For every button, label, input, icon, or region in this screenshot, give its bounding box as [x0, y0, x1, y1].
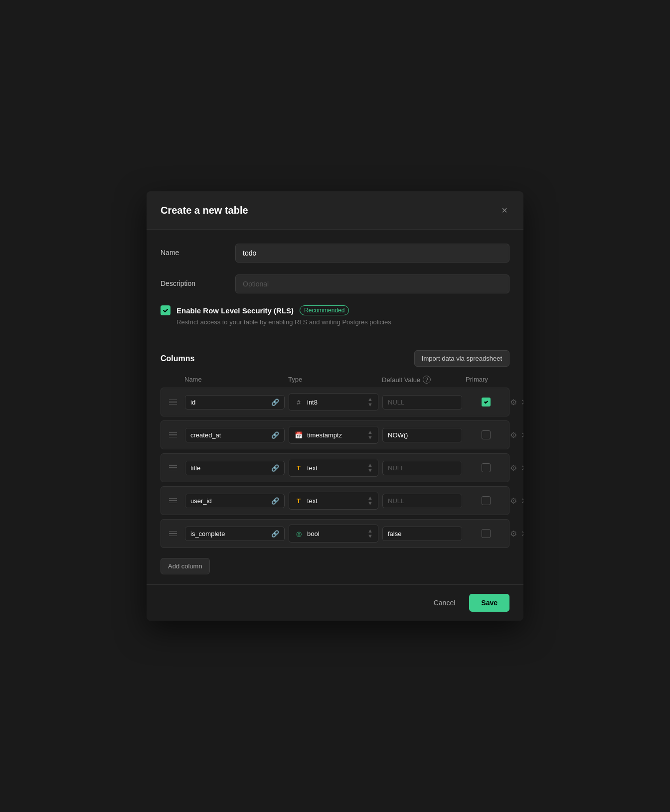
column-delete-icon[interactable]: ✕: [521, 430, 523, 440]
column-name-text: created_at: [190, 431, 268, 439]
column-name-text: user_id: [190, 497, 268, 505]
column-primary-cell: [466, 463, 506, 472]
column-type-cell[interactable]: ◎bool▲▼: [289, 525, 378, 542]
modal-header: Create a new table ×: [147, 191, 523, 230]
column-type-text: text: [307, 497, 363, 505]
column-primary-cell: [466, 496, 506, 505]
column-name-cell: title🔗: [185, 461, 285, 475]
column-delete-icon[interactable]: ✕: [521, 463, 523, 473]
link-icon[interactable]: 🔗: [271, 399, 279, 406]
column-default-value[interactable]: NULL: [382, 461, 462, 475]
column-rows-container: id🔗#int8▲▼NULL ⚙ ✕ created_at🔗📅timestamp…: [161, 388, 509, 548]
name-label: Name: [161, 244, 225, 257]
type-icon: 📅: [294, 431, 303, 439]
drag-handle[interactable]: [165, 432, 181, 438]
column-primary-cell: [466, 398, 506, 406]
name-input[interactable]: [235, 244, 509, 263]
column-type-cell[interactable]: 📅timestamptz▲▼: [289, 426, 378, 444]
column-headers: Name Type Default Value ? Primary: [161, 376, 509, 388]
actions-col-header: [509, 376, 523, 384]
column-delete-icon[interactable]: ✕: [521, 496, 523, 506]
column-name-cell: user_id🔗: [185, 494, 285, 508]
primary-checkbox-empty[interactable]: [482, 463, 491, 472]
primary-checkbox-checked[interactable]: [482, 398, 491, 406]
column-name-text: is_complete: [190, 530, 268, 538]
column-name-text: id: [190, 399, 268, 406]
table-row: id🔗#int8▲▼NULL ⚙ ✕: [161, 388, 509, 416]
drag-col-header: [165, 376, 180, 384]
column-default-value[interactable]: false: [382, 527, 462, 541]
name-row: Name: [161, 244, 509, 263]
rls-label: Enable Row Level Security (RLS): [176, 306, 294, 315]
column-name-cell: created_at🔗: [185, 428, 285, 442]
description-label: Description: [161, 274, 225, 287]
column-name-text: title: [190, 464, 268, 472]
drag-handle[interactable]: [165, 400, 181, 405]
column-settings-icon[interactable]: ⚙: [510, 463, 517, 473]
type-arrows-icon: ▲▼: [367, 462, 373, 473]
column-default-value[interactable]: NOW(): [382, 428, 462, 442]
cancel-button[interactable]: Cancel: [426, 595, 464, 611]
column-primary-cell: [466, 529, 506, 538]
table-row: user_id🔗Ttext▲▼NULL ⚙ ✕: [161, 486, 509, 515]
modal-footer: Cancel Save: [147, 584, 523, 621]
column-actions: ⚙ ✕: [510, 463, 523, 473]
rls-section: Enable Row Level Security (RLS) Recommen…: [161, 305, 509, 338]
column-default-value[interactable]: NULL: [382, 395, 462, 409]
columns-header: Columns Import data via spreadsheet: [161, 350, 509, 367]
link-icon[interactable]: 🔗: [271, 497, 279, 505]
type-icon: T: [294, 464, 303, 472]
column-settings-icon[interactable]: ⚙: [510, 529, 517, 539]
column-settings-icon[interactable]: ⚙: [510, 398, 517, 407]
column-name-cell: is_complete🔗: [185, 527, 285, 541]
name-col-header: Name: [184, 376, 284, 384]
drag-handle[interactable]: [165, 531, 181, 537]
type-arrows-icon: ▲▼: [367, 397, 373, 407]
default-value-help-icon[interactable]: ?: [423, 376, 431, 384]
save-button[interactable]: Save: [469, 594, 509, 612]
column-name-cell: id🔗: [185, 395, 285, 409]
column-type-cell[interactable]: Ttext▲▼: [289, 459, 378, 477]
column-actions: ⚙ ✕: [510, 496, 523, 506]
drag-handle[interactable]: [165, 465, 181, 471]
table-row: title🔗Ttext▲▼NULL ⚙ ✕: [161, 453, 509, 482]
link-icon[interactable]: 🔗: [271, 431, 279, 439]
column-delete-icon[interactable]: ✕: [521, 529, 523, 539]
column-type-cell[interactable]: Ttext▲▼: [289, 492, 378, 510]
type-arrows-icon: ▲▼: [367, 495, 373, 506]
column-type-text: timestamptz: [307, 431, 363, 439]
table-row: is_complete🔗◎bool▲▼false ⚙ ✕: [161, 519, 509, 548]
columns-section: Columns Import data via spreadsheet Name…: [161, 350, 509, 584]
primary-checkbox-empty[interactable]: [482, 529, 491, 538]
description-input[interactable]: [235, 274, 509, 293]
close-button[interactable]: ×: [500, 203, 509, 217]
rls-description: Restrict access to your table by enablin…: [176, 318, 509, 326]
link-icon[interactable]: 🔗: [271, 464, 279, 472]
column-actions: ⚙ ✕: [510, 398, 523, 407]
column-settings-icon[interactable]: ⚙: [510, 430, 517, 440]
column-actions: ⚙ ✕: [510, 430, 523, 440]
column-type-text: int8: [307, 399, 363, 406]
column-type-cell[interactable]: #int8▲▼: [289, 393, 378, 411]
type-arrows-icon: ▲▼: [367, 528, 373, 539]
description-row: Description: [161, 274, 509, 293]
type-icon: ◎: [294, 530, 303, 538]
link-icon[interactable]: 🔗: [271, 530, 279, 538]
column-type-text: text: [307, 464, 363, 472]
default-value-col-header: Default Value ?: [382, 376, 462, 384]
type-col-header: Type: [288, 376, 378, 384]
create-table-modal: Create a new table × Name Description En…: [147, 191, 523, 621]
type-icon: T: [294, 497, 303, 505]
drag-handle[interactable]: [165, 498, 181, 504]
rls-checkbox[interactable]: [161, 305, 170, 315]
modal-title: Create a new table: [161, 205, 248, 216]
primary-col-header: Primary: [466, 376, 505, 384]
import-spreadsheet-button[interactable]: Import data via spreadsheet: [414, 350, 509, 367]
primary-checkbox-empty[interactable]: [482, 430, 491, 439]
column-delete-icon[interactable]: ✕: [521, 398, 523, 407]
primary-checkbox-empty[interactable]: [482, 496, 491, 505]
add-column-button[interactable]: Add column: [161, 558, 210, 574]
column-settings-icon[interactable]: ⚙: [510, 496, 517, 506]
column-default-value[interactable]: NULL: [382, 494, 462, 508]
type-icon: #: [294, 399, 303, 406]
